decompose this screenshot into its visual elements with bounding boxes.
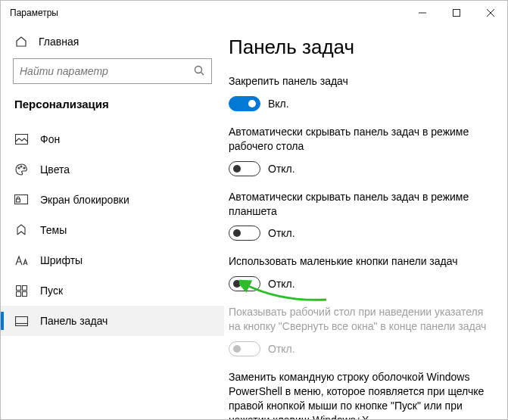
maximize-icon (453, 9, 460, 17)
minimize-icon (419, 9, 426, 17)
setting-lock-taskbar: Закрепить панель задач Вкл. (229, 74, 492, 111)
lockscreen-icon (14, 194, 28, 205)
sidebar-item-label: Шрифты (40, 254, 83, 266)
sidebar-item-label: Экран блокировки (40, 194, 129, 206)
setting-label: Заменить командную строку оболочкой Wind… (229, 370, 492, 419)
sidebar-item-start[interactable]: Пуск (1, 275, 224, 306)
svg-point-4 (195, 66, 202, 73)
home-icon (14, 36, 28, 48)
start-icon (14, 285, 28, 297)
setting-label: Автоматически скрывать панель задач в ре… (229, 125, 492, 154)
sidebar-item-label: Фон (40, 133, 60, 145)
sidebar-item-themes[interactable]: Темы (1, 215, 224, 245)
toggle-peek-desktop (229, 341, 260, 356)
setting-label: Использовать маленькие кнопки панели зад… (229, 254, 492, 269)
maximize-button[interactable] (439, 1, 473, 25)
setting-label: Показывать рабочий стол при наведении ук… (229, 305, 492, 334)
sidebar-item-label: Панель задач (40, 315, 108, 327)
window-controls (405, 1, 507, 25)
picture-icon (14, 134, 28, 145)
toggle-state: Откл. (268, 343, 295, 355)
setting-powershell: Заменить командную строку оболочкой Wind… (229, 370, 492, 419)
toggle-small-buttons[interactable] (229, 276, 260, 291)
toggle-autohide-desktop[interactable] (229, 161, 260, 176)
minimize-button[interactable] (405, 1, 439, 25)
close-icon (487, 9, 494, 17)
palette-icon (14, 163, 28, 176)
svg-rect-13 (22, 285, 26, 290)
toggle-autohide-tablet[interactable] (229, 226, 260, 241)
sidebar: Главная Персонализация Фон Цвета Экран (1, 25, 224, 419)
search-box[interactable] (13, 58, 212, 84)
sidebar-item-label: Пуск (40, 285, 63, 297)
themes-icon (14, 224, 28, 236)
svg-point-8 (20, 166, 22, 167)
setting-peek-desktop: Показывать рабочий стол при наведении ук… (229, 305, 492, 356)
toggle-state: Откл. (268, 163, 295, 175)
svg-rect-6 (15, 135, 27, 145)
svg-rect-14 (16, 291, 20, 296)
sidebar-item-taskbar[interactable]: Панель задач (1, 306, 224, 336)
setting-small-buttons: Использовать маленькие кнопки панели зад… (229, 254, 492, 291)
sidebar-item-background[interactable]: Фон (1, 124, 224, 154)
toggle-lock-taskbar[interactable] (229, 96, 260, 111)
section-title: Персонализация (1, 98, 224, 124)
sidebar-item-fonts[interactable]: Шрифты (1, 245, 224, 275)
home-nav[interactable]: Главная (1, 30, 224, 58)
setting-label: Закрепить панель задач (229, 74, 492, 89)
setting-autohide-tablet: Автоматически скрывать панель задач в ре… (229, 190, 492, 241)
svg-rect-16 (15, 316, 27, 325)
window-title: Параметры (10, 8, 58, 18)
close-button[interactable] (473, 1, 507, 25)
svg-point-7 (18, 167, 20, 169)
svg-rect-12 (16, 285, 20, 290)
svg-rect-15 (22, 291, 26, 296)
fonts-icon (14, 255, 28, 266)
main-container: Главная Персонализация Фон Цвета Экран (1, 25, 507, 419)
toggle-state: Откл. (268, 227, 295, 239)
taskbar-icon (14, 316, 28, 326)
svg-line-5 (201, 72, 204, 75)
sidebar-item-lockscreen[interactable]: Экран блокировки (1, 185, 224, 215)
search-icon (193, 64, 205, 79)
content-area: Панель задач Закрепить панель задач Вкл.… (224, 25, 507, 419)
svg-rect-11 (17, 199, 20, 202)
home-label: Главная (39, 36, 79, 48)
sidebar-item-label: Цвета (40, 163, 70, 176)
page-title: Панель задач (229, 36, 492, 59)
setting-autohide-desktop: Автоматически скрывать панель задач в ре… (229, 125, 492, 176)
sidebar-item-colors[interactable]: Цвета (1, 154, 224, 185)
nav-list: Фон Цвета Экран блокировки Темы Шрифты П… (1, 124, 224, 336)
svg-rect-1 (453, 10, 460, 17)
search-input[interactable] (20, 65, 193, 77)
toggle-state: Вкл. (268, 98, 289, 110)
toggle-state: Откл. (268, 278, 295, 290)
titlebar: Параметры (1, 1, 507, 25)
svg-point-9 (23, 167, 25, 169)
sidebar-item-label: Темы (40, 224, 67, 236)
setting-label: Автоматически скрывать панель задач в ре… (229, 190, 492, 219)
search-wrap (1, 58, 224, 98)
